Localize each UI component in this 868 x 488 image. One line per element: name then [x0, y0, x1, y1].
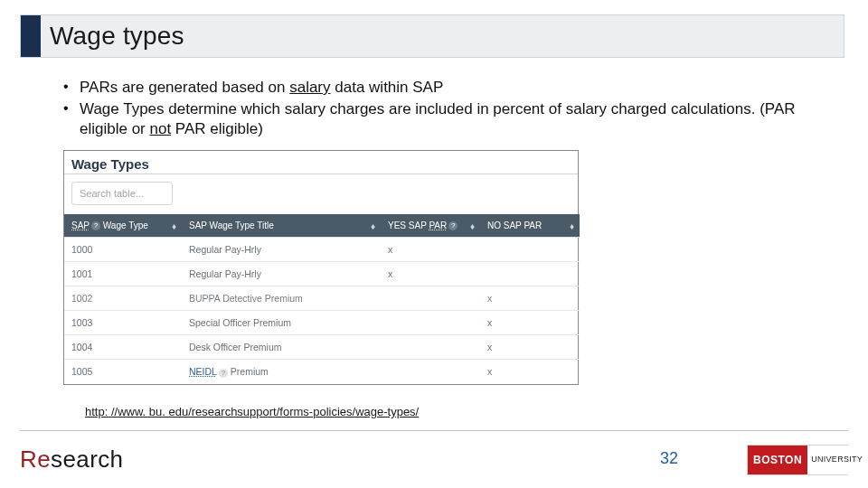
- search-input[interactable]: Search table...: [71, 182, 173, 205]
- cell-no: x: [480, 286, 580, 311]
- cell-no: [480, 238, 580, 262]
- cell-code: 1000: [64, 238, 182, 262]
- table-row: 1000Regular Pay-Hrlyx: [64, 238, 580, 262]
- cell-code: 1002: [64, 286, 182, 311]
- cell-yes: [381, 286, 480, 311]
- page-title: Wage types: [50, 22, 184, 51]
- cell-yes: x: [381, 262, 480, 286]
- cell-code: 1001: [64, 262, 182, 286]
- cell-title: Regular Pay-Hrly: [182, 238, 381, 262]
- info-icon: ?: [91, 221, 100, 230]
- table-row: 1003Special Officer Premiumx: [64, 311, 580, 335]
- cell-yes: [381, 311, 480, 335]
- cell-title: Special Officer Premium: [182, 311, 381, 335]
- table-title: Wage Types: [64, 151, 578, 174]
- bullet-list: PARs are generated based on salary data …: [60, 78, 846, 141]
- cell-no: x: [480, 311, 580, 335]
- wage-types-table-block: Wage Types Search table... SAP? Wage Typ…: [63, 150, 579, 385]
- underlined-term: salary: [289, 79, 330, 96]
- cell-no: x: [480, 360, 580, 384]
- column-header-yes-par[interactable]: YES SAP PAR? ♦: [381, 214, 480, 238]
- cell-yes: [381, 360, 480, 384]
- bu-logo-red: BOSTON: [748, 446, 807, 474]
- footer-research-logo: Research: [20, 446, 124, 474]
- source-link[interactable]: http: //www. bu. edu/researchsupport/for…: [85, 405, 419, 418]
- cell-code: 1005: [64, 360, 182, 384]
- cell-no: [480, 262, 580, 286]
- bullet-item: Wage Types determine which salary charge…: [60, 99, 846, 139]
- bu-logo-white: UNIVERSITY: [807, 446, 863, 474]
- cell-yes: [381, 335, 480, 360]
- cell-title: NEIDL? Premium: [182, 360, 381, 384]
- table-row: 1005NEIDL? Premiumx: [64, 360, 580, 384]
- cell-link[interactable]: NEIDL: [189, 366, 217, 377]
- cell-title: BUPPA Detective Premium: [182, 286, 381, 311]
- table-header-row: SAP? Wage Type ♦ SAP Wage Type Title ♦ Y…: [64, 214, 580, 238]
- title-bar: Wage types: [20, 14, 844, 58]
- bullet-item: PARs are generated based on salary data …: [60, 78, 846, 98]
- cell-code: 1004: [64, 335, 182, 360]
- table-row: 1001Regular Pay-Hrlyx: [64, 262, 580, 286]
- sort-icon[interactable]: ♦: [172, 221, 176, 230]
- cell-yes: x: [381, 238, 480, 262]
- sort-icon[interactable]: ♦: [570, 221, 574, 230]
- title-accent: [21, 15, 41, 57]
- slide: Wage types PARs are generated based on s…: [0, 0, 868, 488]
- cell-title: Desk Officer Premium: [182, 335, 381, 360]
- column-header-title[interactable]: SAP Wage Type Title ♦: [182, 214, 381, 238]
- wage-types-table: SAP? Wage Type ♦ SAP Wage Type Title ♦ Y…: [64, 214, 580, 384]
- table-row: 1002BUPPA Detective Premiumx: [64, 286, 580, 311]
- info-icon: ?: [448, 221, 458, 230]
- info-icon: ?: [219, 369, 228, 378]
- sort-icon[interactable]: ♦: [371, 221, 375, 230]
- cell-code: 1003: [64, 311, 182, 335]
- column-header-no-par[interactable]: NO SAP PAR ♦: [480, 214, 580, 238]
- bu-logo: BOSTON UNIVERSITY: [747, 445, 848, 475]
- footer-rule: [20, 430, 848, 431]
- cell-title: Regular Pay-Hrly: [182, 262, 381, 286]
- page-number: 32: [660, 449, 678, 468]
- table-row: 1004Desk Officer Premiumx: [64, 335, 580, 360]
- sort-icon[interactable]: ♦: [470, 221, 475, 230]
- column-header-sap-wage-type[interactable]: SAP? Wage Type ♦: [64, 214, 182, 238]
- cell-no: x: [480, 335, 580, 360]
- underlined-term: not: [150, 120, 172, 137]
- divider: [64, 174, 578, 174]
